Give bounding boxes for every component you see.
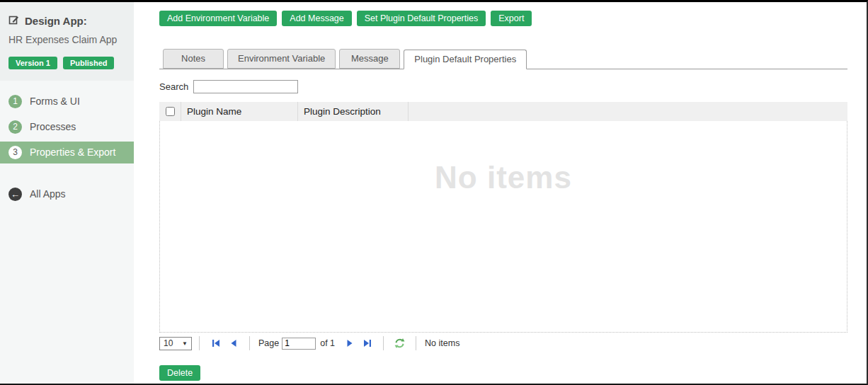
step-number-icon: 3 [8, 146, 22, 159]
tab-environment-variable[interactable]: Environment Variable [227, 49, 336, 69]
column-header-plugin-name: Plugin Name [181, 102, 298, 121]
all-apps-link[interactable]: ← All Apps [0, 183, 134, 205]
column-header-empty [409, 102, 847, 121]
previous-page-icon[interactable] [228, 338, 239, 349]
sidebar-header: Design App: HR Expenses Claim App Versio… [0, 2, 134, 81]
set-plugin-default-properties-button[interactable]: Set Plugin Default Properties [357, 11, 486, 26]
sidebar-item-properties-export[interactable]: 3 Properties & Export [0, 142, 134, 163]
sidebar-item-label: Processes [30, 121, 76, 132]
sidebar-item-label: Properties & Export [30, 146, 115, 158]
tab-bar: Notes Environment Variable Message Plugi… [159, 49, 847, 69]
divider [383, 336, 384, 350]
divider [199, 336, 200, 350]
sidebar-item-label: Forms & UI [30, 96, 80, 107]
add-environment-variable-button[interactable]: Add Environment Variable [159, 11, 277, 26]
badges: Version 1 Published [8, 57, 125, 69]
tab-notes[interactable]: Notes [163, 49, 224, 69]
tab-message[interactable]: Message [339, 49, 400, 69]
sidebar-item-processes[interactable]: 2 Processes [0, 116, 134, 138]
page-of-label: of 1 [320, 338, 335, 348]
select-all-cell [159, 102, 181, 121]
page-label: Page [258, 338, 279, 348]
next-page-icon[interactable] [344, 338, 355, 349]
step-number-icon: 1 [8, 95, 22, 108]
edit-pencil-icon [8, 14, 20, 28]
design-app-title-row: Design App: [8, 14, 125, 28]
sidebar: Design App: HR Expenses Claim App Versio… [0, 2, 134, 384]
all-apps-label: All Apps [30, 188, 66, 200]
grid-body: No items [159, 121, 847, 333]
grid-header-row: Plugin Name Plugin Description [159, 102, 847, 121]
no-items-watermark: No items [160, 121, 847, 195]
main-content: Add Environment Variable Add Message Set… [134, 2, 867, 384]
page-size-select[interactable]: 10 ▼ [159, 337, 192, 350]
delete-button[interactable]: Delete [159, 365, 200, 381]
step-number-icon: 2 [8, 120, 22, 134]
page-size-value: 10 [164, 338, 173, 348]
pagination-status: No items [425, 338, 459, 348]
pagination-bar: 10 ▼ Page of 1 [159, 335, 847, 351]
search-row: Search [159, 80, 847, 93]
back-arrow-icon: ← [8, 188, 22, 201]
version-badge: Version 1 [8, 57, 57, 69]
sidebar-menu: 1 Forms & UI 2 Processes 3 Properties & … [0, 91, 134, 163]
chevron-down-icon: ▼ [182, 340, 188, 347]
design-app-page: Design App: HR Expenses Claim App Versio… [0, 0, 868, 385]
export-button[interactable]: Export [491, 11, 532, 26]
page-title: Design App: [25, 15, 87, 27]
refresh-icon[interactable] [394, 338, 405, 349]
search-input[interactable] [193, 80, 298, 93]
page-number-input[interactable] [282, 338, 316, 350]
tab-plugin-default-properties[interactable]: Plugin Default Properties [404, 50, 527, 69]
sidebar-item-forms-ui[interactable]: 1 Forms & UI [0, 91, 134, 113]
last-page-icon[interactable] [362, 338, 372, 349]
search-label: Search [159, 81, 188, 92]
app-name: HR Expenses Claim App [8, 34, 122, 47]
column-header-plugin-description: Plugin Description [298, 102, 409, 121]
divider [416, 336, 416, 350]
add-message-button[interactable]: Add Message [282, 11, 351, 26]
published-badge: Published [63, 57, 115, 69]
first-page-icon[interactable] [210, 338, 221, 349]
toolbar: Add Environment Variable Add Message Set… [159, 11, 847, 26]
plugin-grid: Plugin Name Plugin Description No items … [159, 102, 847, 351]
divider [249, 336, 250, 350]
select-all-checkbox[interactable] [166, 107, 175, 116]
